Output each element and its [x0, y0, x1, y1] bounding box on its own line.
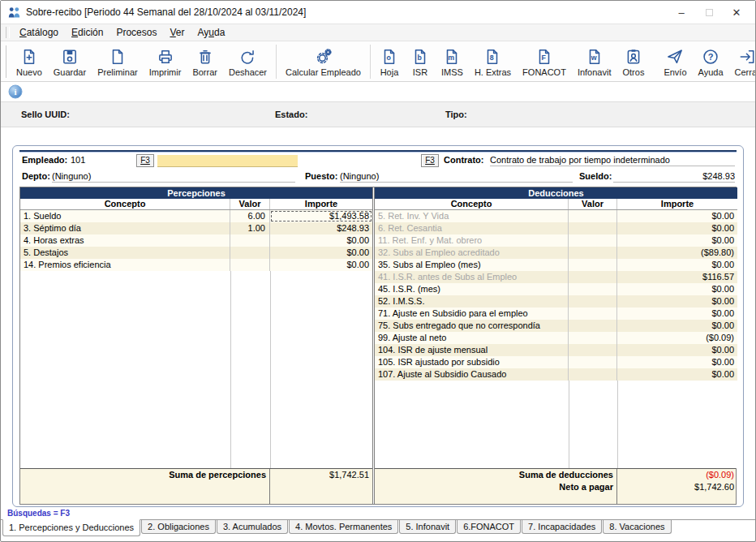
- deducciones-row[interactable]: 5. Ret. Inv. Y Vida$0.00: [375, 210, 737, 222]
- suma-percepciones-value: $1,742.51: [270, 469, 372, 481]
- menu-item-catalogo[interactable]: Catálogo: [13, 25, 65, 40]
- hoja-button[interactable]: oHoja: [374, 45, 405, 79]
- concepto-cell: 5. Destajos: [20, 247, 230, 259]
- doc-letter-icon: F: [535, 47, 554, 67]
- tab-2-obligaciones[interactable]: 2. Obligaciones: [141, 520, 216, 534]
- save-icon: [60, 47, 79, 67]
- fonacot-button[interactable]: FFONACOT: [517, 45, 572, 79]
- concepts-tables: Percepciones Deducciones Concepto Valor …: [19, 187, 737, 505]
- concepto-cell: 3. Séptimo día: [20, 222, 230, 234]
- preliminar-button[interactable]: Preliminar: [92, 45, 144, 79]
- toolbar-button-label: Otros: [622, 67, 644, 77]
- menu-item-edicion[interactable]: Edición: [65, 25, 110, 40]
- importe-cell: $1,493.58: [270, 210, 372, 222]
- tab-5-infonavit[interactable]: 5. Infonavit: [399, 520, 456, 534]
- concepto-cell: 32. Subs al Empleo acreditado: [375, 247, 569, 259]
- deducciones-row[interactable]: 75. Subs entregado que no correspondía$0…: [375, 320, 737, 332]
- otros-button[interactable]: Otros: [616, 45, 650, 79]
- menu-item-ayuda[interactable]: Ayuda: [191, 25, 231, 40]
- valor-cell: [569, 344, 617, 356]
- valor-cell: 1.00: [230, 222, 270, 234]
- isr-button[interactable]: bISR: [405, 45, 436, 79]
- importe-cell: $0.00: [617, 308, 737, 320]
- toolbar-button-label: Ayuda: [698, 67, 724, 77]
- svg-text:i: i: [14, 87, 16, 97]
- deducciones-col-concepto: Concepto: [375, 199, 569, 209]
- percepciones-header: Concepto Valor Importe: [20, 199, 372, 210]
- doc-letter-icon: 8: [483, 47, 502, 67]
- importe-cell: $0.00: [617, 295, 737, 308]
- menu-item-ver[interactable]: Ver: [163, 25, 191, 40]
- deducciones-row[interactable]: 99. Ajuste al neto($0.09): [375, 332, 737, 344]
- depto-label: Depto:: [22, 171, 50, 181]
- tab-3-acumulados[interactable]: 3. Acumulados: [217, 520, 288, 534]
- calcular-empleado-button[interactable]: Calcular Empleado: [280, 45, 367, 79]
- svg-text:?: ?: [708, 51, 714, 61]
- importe-cell: $0.00: [617, 222, 737, 234]
- deducciones-row[interactable]: 45. I.S.R. (mes)$0.00: [375, 283, 737, 295]
- percepciones-row[interactable]: 3. Séptimo día1.00$248.93: [20, 222, 372, 234]
- svg-text:8: 8: [490, 54, 494, 62]
- neto-a-pagar-value: $1,742.60: [617, 481, 737, 493]
- empleado-name-field[interactable]: [157, 155, 298, 167]
- guardar-button[interactable]: Guardar: [48, 45, 92, 79]
- deducciones-row[interactable]: 104. ISR de ajuste mensual$0.00: [375, 344, 737, 356]
- concepto-cell: 105. ISR ajustado por subsidio: [375, 356, 569, 368]
- deducciones-row[interactable]: 32. Subs al Empleo acreditado($89.80): [375, 247, 737, 259]
- percepciones-row[interactable]: 1. Sueldo6.00$1,493.58: [20, 210, 372, 222]
- deducciones-row[interactable]: 11. Ret. Enf. y Mat. obrero$0.00: [375, 234, 737, 247]
- maximize-icon: [706, 9, 713, 16]
- deducciones-row[interactable]: 107. Ajuste al Subsidio Causado$0.00: [375, 368, 737, 381]
- plane-icon: [665, 47, 685, 67]
- percepciones-row[interactable]: 4. Horas extras$0.00: [20, 234, 372, 247]
- tab-8-vacaciones[interactable]: 8. Vacaciones: [603, 520, 671, 534]
- svg-text:m: m: [449, 54, 455, 62]
- concepto-cell: 11. Ret. Enf. y Mat. obrero: [375, 234, 569, 247]
- importe-cell: $0.00: [617, 356, 737, 368]
- deducciones-row[interactable]: 41. I.S.R. antes de Subs al Empleo$116.5…: [375, 271, 737, 283]
- maximize-button[interactable]: [695, 1, 723, 24]
- empleado-number-field[interactable]: 101: [71, 155, 85, 165]
- valor-cell: [569, 283, 617, 295]
- nuevo-button[interactable]: Nuevo: [11, 45, 48, 79]
- percepciones-row[interactable]: 14. Premios eficiencia$0.00: [20, 259, 372, 271]
- borrar-button[interactable]: Borrar: [187, 45, 223, 79]
- tab-1-percepciones-y-deducciones[interactable]: 1. Percepciones y Deducciones: [2, 519, 140, 536]
- deshacer-button[interactable]: Deshacer: [223, 45, 273, 79]
- puesto-value-field: (Ninguno): [340, 170, 573, 183]
- importe-cell: ($0.09): [617, 332, 737, 344]
- imprimir-button[interactable]: Imprimir: [144, 45, 187, 79]
- envio-button[interactable]: Envío: [658, 45, 692, 79]
- tab-4-movtos-permanentes[interactable]: 4. Movtos. Permanentes: [289, 520, 398, 534]
- toolbar-button-label: Cerrar: [735, 67, 756, 77]
- imss-button[interactable]: mIMSS: [436, 45, 469, 79]
- empleado-f3-button[interactable]: F3: [136, 154, 154, 167]
- deducciones-row[interactable]: 71. Ajuste en Subsidio para el empleo$0.…: [375, 308, 737, 320]
- percepciones-row[interactable]: 5. Destajos$0.00: [20, 247, 372, 259]
- info-icon[interactable]: i: [8, 84, 23, 99]
- cerrar-button[interactable]: Cerrar: [729, 45, 756, 79]
- deducciones-caption: Deducciones: [375, 187, 737, 199]
- deducciones-row[interactable]: 6. Ret. Cesantia$0.00: [375, 222, 737, 234]
- ayuda-button[interactable]: ?Ayuda: [693, 45, 729, 79]
- tab-7-incapacidades[interactable]: 7. Incapacidades: [522, 520, 602, 534]
- close-button[interactable]: ✕: [723, 1, 750, 24]
- deducciones-row[interactable]: 35. Subs al Empleo (mes)$0.00: [375, 259, 737, 271]
- menu-item-procesos[interactable]: Procesos: [110, 25, 163, 40]
- minimize-button[interactable]: –: [668, 1, 695, 24]
- concepto-cell: 107. Ajuste al Subsidio Causado: [375, 368, 569, 381]
- valor-cell: [569, 259, 617, 271]
- panel-top-rule: [19, 150, 737, 153]
- doc-letter-icon: m: [442, 47, 462, 67]
- deducciones-row[interactable]: 52. I.M.S.S.$0.00: [375, 295, 737, 308]
- menu-bar-items: CatálogoEdiciónProcesosVerAyuda: [13, 25, 231, 40]
- h-extras-button[interactable]: 8H. Extras: [469, 45, 517, 79]
- infonavit-button[interactable]: wInfonavit: [572, 45, 617, 79]
- valor-cell: [569, 234, 617, 247]
- window-title: Sobre-recibo [Periodo 44 Semanal del 28/…: [26, 6, 306, 18]
- doc-plus-icon: [19, 47, 39, 67]
- deducciones-row[interactable]: 105. ISR ajustado por subsidio$0.00: [375, 356, 737, 368]
- deducciones-body: 5. Ret. Inv. Y Vida$0.006. Ret. Cesantia…: [375, 210, 737, 468]
- contrato-f3-button[interactable]: F3: [421, 154, 439, 167]
- tab-6-fonacot[interactable]: 6.FONACOT: [457, 520, 521, 534]
